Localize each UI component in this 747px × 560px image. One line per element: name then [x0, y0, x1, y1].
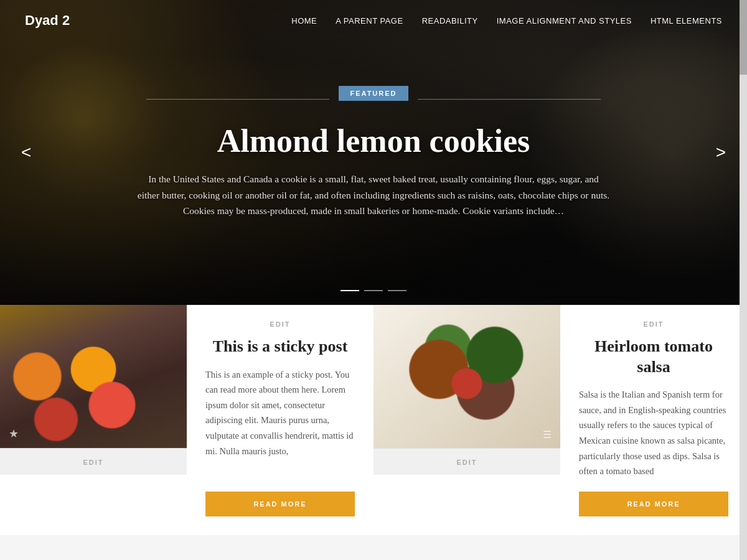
nav-html-elements[interactable]: HTML ELEMENTS	[651, 16, 722, 26]
card-4-title: Heirloom tomato salsa	[579, 337, 728, 377]
scrollbar[interactable]	[740, 0, 747, 535]
card-3-image: ☰ EDIT	[374, 305, 560, 535]
hero-title: Almond lemon cookies	[137, 123, 610, 159]
card-1-edit-label: EDIT	[83, 459, 103, 466]
hero-dots	[341, 290, 406, 291]
main-nav: HOME A PARENT PAGE READABILITY IMAGE ALI…	[291, 16, 722, 26]
card-4-content: EDIT Heirloom tomato salsa Salsa is the …	[560, 305, 747, 535]
card-2-title: This is a sticky post	[205, 337, 355, 357]
card-2-read-more-button[interactable]: READ MORE	[205, 492, 355, 516]
nav-home[interactable]: HOME	[291, 16, 317, 26]
featured-badge: FEATURED	[339, 86, 408, 101]
lines-icon: ☰	[543, 429, 552, 441]
hero-dot-1[interactable]	[341, 290, 359, 291]
card-3-vegetables-image: ☰	[374, 305, 560, 448]
card-4-edit-label: EDIT	[579, 320, 728, 328]
card-1-image: ★ EDIT	[0, 305, 187, 535]
card-2-content: EDIT This is a sticky post This is an ex…	[187, 305, 374, 535]
hero-content: FEATURED Almond lemon cookies In the Uni…	[137, 86, 610, 219]
card-2-excerpt: This is an example of a sticky post. You…	[205, 367, 355, 479]
hero-dot-3[interactable]	[388, 290, 406, 291]
hero-next-button[interactable]: >	[707, 138, 735, 167]
card-1-food-image: ★	[0, 305, 187, 448]
hero-dot-2[interactable]	[364, 290, 383, 291]
card-4-excerpt: Salsa is the Italian and Spanish term fo…	[579, 387, 728, 479]
hero-excerpt: In the United States and Canada a cookie…	[137, 171, 610, 219]
hero-slider: < > FEATURED Almond lemon cookies In the…	[0, 0, 747, 305]
nav-image-alignment[interactable]: IMAGE ALIGNMENT AND STYLES	[497, 16, 632, 26]
hero-prev-button[interactable]: <	[12, 138, 40, 167]
site-header: Dyad 2 HOME A PARENT PAGE READABILITY IM…	[0, 0, 747, 41]
hero-divider-top: FEATURED	[137, 86, 610, 112]
nav-parent[interactable]: A PARENT PAGE	[336, 16, 403, 26]
card-4-tomato-salsa: EDIT Heirloom tomato salsa Salsa is the …	[560, 305, 747, 535]
nav-readability[interactable]: READABILITY	[422, 16, 478, 26]
site-title[interactable]: Dyad 2	[25, 12, 70, 29]
card-4-read-more-button[interactable]: READ MORE	[579, 492, 728, 516]
star-icon: ★	[9, 427, 19, 441]
card-2-sticky-post: EDIT This is a sticky post This is an ex…	[187, 305, 374, 535]
card-2-edit-label: EDIT	[205, 320, 355, 328]
cards-grid: ★ EDIT EDIT This is a sticky post This i…	[0, 305, 747, 535]
card-3-edit-label: EDIT	[456, 459, 477, 466]
